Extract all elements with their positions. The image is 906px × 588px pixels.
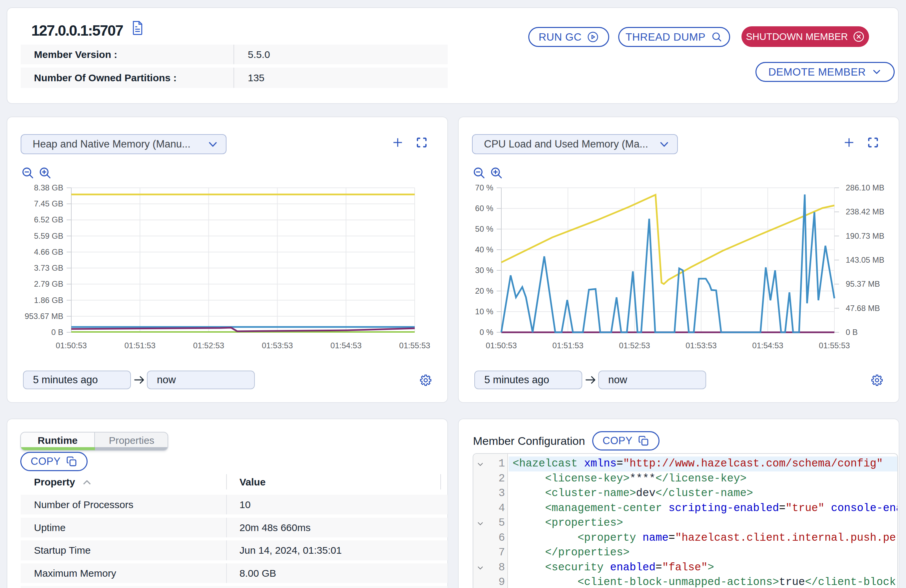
svg-text:01:50:53: 01:50:53 [486, 341, 517, 350]
svg-text:60 %: 60 % [475, 204, 493, 213]
svg-text:20 %: 20 % [475, 286, 493, 295]
svg-text:4.66 GB: 4.66 GB [34, 247, 63, 257]
svg-text:143.05 MB: 143.05 MB [846, 255, 884, 265]
svg-text:2.79 GB: 2.79 GB [34, 279, 63, 288]
svg-text:238.42 MB: 238.42 MB [846, 207, 884, 216]
svg-text:3.73 GB: 3.73 GB [34, 263, 63, 272]
svg-text:190.73 MB: 190.73 MB [846, 231, 884, 241]
svg-text:1.86 GB: 1.86 GB [34, 296, 63, 304]
svg-text:47.68 MB: 47.68 MB [846, 304, 880, 312]
svg-text:5.59 GB: 5.59 GB [34, 231, 63, 241]
svg-text:7.45 GB: 7.45 GB [34, 199, 63, 208]
svg-text:01:52:53: 01:52:53 [619, 341, 650, 350]
svg-text:30 %: 30 % [475, 266, 493, 275]
svg-text:0 %: 0 % [480, 328, 493, 336]
svg-text:01:51:53: 01:51:53 [124, 341, 155, 350]
svg-text:40 %: 40 % [475, 245, 493, 254]
svg-text:70 %: 70 % [475, 183, 493, 192]
svg-text:01:54:53: 01:54:53 [330, 341, 361, 350]
svg-text:0 B: 0 B [846, 328, 858, 336]
svg-text:01:54:53: 01:54:53 [752, 341, 783, 350]
svg-text:6.52 GB: 6.52 GB [34, 215, 63, 224]
svg-text:01:53:53: 01:53:53 [686, 341, 716, 350]
svg-text:01:53:53: 01:53:53 [262, 341, 293, 350]
svg-text:01:50:53: 01:50:53 [56, 341, 87, 350]
svg-text:95.37 MB: 95.37 MB [846, 279, 880, 288]
svg-text:01:55:53: 01:55:53 [819, 341, 850, 350]
svg-text:50 %: 50 % [475, 225, 493, 233]
svg-text:01:51:53: 01:51:53 [552, 341, 583, 350]
svg-text:0 B: 0 B [51, 328, 63, 336]
svg-text:01:55:53: 01:55:53 [399, 341, 430, 350]
svg-text:01:52:53: 01:52:53 [193, 341, 224, 350]
svg-text:953.67 MB: 953.67 MB [25, 312, 63, 320]
svg-text:10 %: 10 % [475, 307, 493, 316]
svg-text:8.38 GB: 8.38 GB [34, 183, 63, 192]
svg-text:286.10 MB: 286.10 MB [846, 183, 884, 192]
